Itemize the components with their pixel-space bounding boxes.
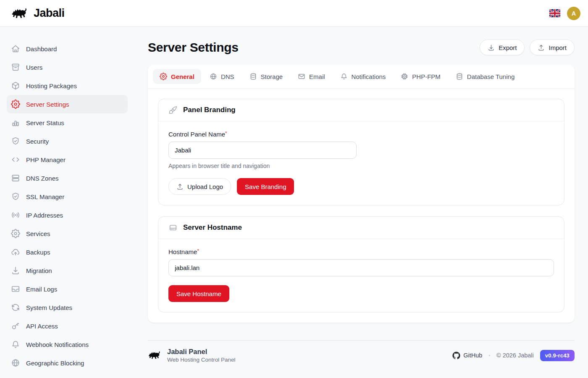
- sidebar-item-dashboard[interactable]: Dashboard: [7, 39, 128, 58]
- sidebar-item-ssl-manager[interactable]: SSL Manager: [7, 187, 128, 206]
- sidebar-item-server-status[interactable]: Server Status: [7, 113, 128, 132]
- hostname-label: Hostname*: [168, 248, 554, 255]
- copyright-text: © 2026 Jabali: [496, 352, 534, 359]
- sidebar-item-label: API Access: [26, 323, 58, 330]
- sidebar-item-label: Webhook Notifications: [26, 341, 89, 348]
- sidebar-item-services[interactable]: Services: [7, 224, 128, 243]
- sidebar-item-webhook-notifications[interactable]: Webhook Notifications: [7, 335, 128, 354]
- tab-storage[interactable]: Storage: [243, 69, 290, 84]
- broadcast-icon: [11, 210, 20, 220]
- download-tray-icon: [11, 266, 20, 275]
- save-hostname-button[interactable]: Save Hostname: [168, 285, 229, 302]
- footer-subtitle: Web Hosting Control Panel: [167, 357, 236, 363]
- required-mark: *: [225, 131, 227, 136]
- archive-icon: [11, 63, 20, 72]
- action-button-label: Import: [549, 44, 567, 51]
- sidebar-item-dns-zones[interactable]: DNS Zones: [7, 169, 128, 187]
- sidebar-item-php-manager[interactable]: PHP Manager: [7, 150, 128, 169]
- gear-icon: [11, 100, 20, 109]
- server-hostname-title: Server Hostname: [183, 223, 242, 232]
- boar-logo-icon: [11, 7, 29, 20]
- tab-label: General: [171, 73, 194, 80]
- bell-icon: [11, 340, 20, 349]
- sidebar-item-security[interactable]: Security: [7, 132, 128, 150]
- save-branding-button[interactable]: Save Branding: [237, 178, 294, 195]
- footer-boar-logo-icon: [148, 350, 162, 361]
- tab-email[interactable]: Email: [291, 69, 332, 84]
- main-content: Server Settings Export Import General DN…: [134, 27, 588, 378]
- upload-tray-icon: [538, 44, 545, 51]
- tab-label: Storage: [261, 73, 283, 80]
- globe-icon: [11, 358, 20, 368]
- sidebar-item-label: Backups: [26, 249, 50, 256]
- tab-label: DNS: [221, 73, 234, 80]
- sidebar-item-label: System Updates: [26, 304, 72, 311]
- sidebar-item-server-settings[interactable]: Server Settings: [7, 95, 128, 113]
- key-icon: [11, 321, 20, 331]
- gear-icon: [160, 73, 167, 80]
- app-logo[interactable]: Jabali: [11, 7, 65, 20]
- sidebar-item-label: IP Addresses: [26, 212, 63, 219]
- sidebar-item-hosting-packages[interactable]: Hosting Packages: [7, 76, 128, 95]
- tab-label: Notifications: [352, 73, 386, 80]
- sidebar-item-ip-addresses[interactable]: IP Addresses: [7, 206, 128, 224]
- sidebar-item-label: Migration: [26, 267, 52, 274]
- sidebar-item-label: Dashboard: [26, 45, 57, 52]
- sidebar-item-email-logs[interactable]: Email Logs: [7, 280, 128, 298]
- server-stack-icon: [11, 173, 20, 183]
- tab-database-tuning[interactable]: Database Tuning: [449, 69, 521, 84]
- sidebar-item-label: Hosting Packages: [26, 82, 77, 89]
- page-actions: Export Import: [480, 39, 575, 55]
- home-icon: [11, 44, 20, 53]
- sidebar-item-label: Users: [26, 64, 42, 71]
- control-panel-name-label: Control Panel Name*: [168, 131, 554, 138]
- settings-card: General DNS Storage Email Notifications …: [148, 65, 575, 323]
- github-icon: [452, 352, 460, 360]
- tab-general[interactable]: General: [153, 69, 201, 84]
- code-icon: [11, 155, 20, 164]
- globe-icon: [210, 73, 217, 80]
- upload-logo-button[interactable]: Upload Logo: [168, 178, 231, 195]
- panel-branding-card: Panel Branding Control Panel Name* Appea…: [158, 99, 564, 205]
- inbox-icon: [11, 284, 20, 294]
- sidebar-item-users[interactable]: Users: [7, 58, 128, 76]
- sidebar-item-label: Security: [26, 138, 49, 145]
- database-icon: [249, 73, 257, 80]
- footer-separator: •: [488, 353, 490, 358]
- mail-icon: [298, 73, 305, 80]
- import-button[interactable]: Import: [530, 39, 575, 55]
- tab-label: PHP-FPM: [412, 73, 441, 80]
- language-flag-icon[interactable]: [549, 9, 560, 17]
- page-title: Server Settings: [148, 40, 239, 55]
- action-button-label: Export: [499, 44, 517, 51]
- shield-check-icon: [11, 192, 20, 201]
- tab-php-fpm[interactable]: PHP-FPM: [394, 69, 447, 84]
- avatar[interactable]: A: [567, 7, 580, 20]
- cpu-icon: [401, 73, 408, 80]
- version-badge: v0.9-rc43: [540, 350, 575, 361]
- download-tray-icon: [488, 44, 495, 51]
- cloud-upload-icon: [11, 247, 20, 257]
- sidebar-item-backups[interactable]: Backups: [7, 243, 128, 261]
- hostname-input[interactable]: [168, 259, 554, 276]
- refresh-icon: [11, 303, 20, 312]
- sidebar-item-geographic-blocking[interactable]: Geographic Blocking: [7, 354, 128, 372]
- control-panel-name-input[interactable]: [168, 142, 357, 159]
- upload-icon: [176, 183, 184, 190]
- tab-notifications[interactable]: Notifications: [333, 69, 393, 84]
- sidebar-item-migration[interactable]: Migration: [7, 261, 128, 280]
- server-hostname-card: Server Hostname Hostname* Save Hostname: [158, 216, 564, 312]
- tab-dns[interactable]: DNS: [203, 69, 241, 84]
- tab-label: Email: [309, 73, 325, 80]
- export-button[interactable]: Export: [480, 39, 525, 55]
- sidebar-item-system-updates[interactable]: System Updates: [7, 298, 128, 317]
- sidebar-item-label: Server Status: [26, 119, 64, 126]
- sidebar-item-label: Services: [26, 230, 50, 237]
- sidebar-item-api-access[interactable]: API Access: [7, 317, 128, 335]
- shield-check-icon: [11, 136, 20, 146]
- sidebar-item-label: DNS Zones: [26, 175, 59, 182]
- github-link[interactable]: GitHub: [452, 352, 482, 360]
- tab-bar: General DNS Storage Email Notifications …: [148, 65, 575, 89]
- gear-icon: [11, 229, 20, 238]
- control-panel-name-help: Appears in browser title and navigation: [168, 163, 554, 169]
